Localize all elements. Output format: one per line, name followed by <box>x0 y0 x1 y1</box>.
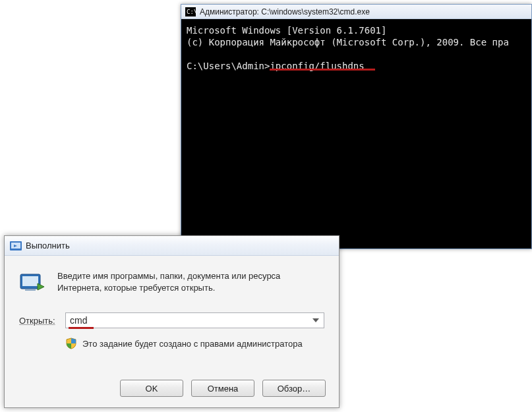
cmd-prompt-prefix: C:\Users\Admin> <box>187 61 270 71</box>
run-buttons: OK Отмена Обзор… <box>120 380 326 397</box>
cmd-titlebar[interactable]: C:\ Администратор: C:\windows\system32\c… <box>181 5 531 19</box>
run-titlebar[interactable]: Выполнить <box>5 236 339 256</box>
run-icon <box>10 241 22 250</box>
ok-label: OK <box>146 384 158 394</box>
run-body: Введите имя программы, папки, документа … <box>5 256 339 359</box>
cmd-output-line1: Microsoft Windows [Version 6.1.7601] <box>187 25 386 36</box>
admin-note: Это задание будет создано с правами адми… <box>82 339 303 349</box>
cmd-title: Администратор: C:\windows\system32\cmd.e… <box>200 7 370 16</box>
program-icon <box>19 272 45 294</box>
browse-button[interactable]: Обзор… <box>262 380 326 397</box>
svg-rect-4 <box>22 276 38 286</box>
open-combobox[interactable]: cmd <box>65 312 324 328</box>
cancel-label: Отмена <box>208 384 239 394</box>
svg-rect-5 <box>25 289 36 291</box>
cmd-icon: C:\ <box>185 7 196 16</box>
run-title: Выполнить <box>26 241 70 250</box>
cancel-button[interactable]: Отмена <box>191 380 254 397</box>
ok-button[interactable]: OK <box>120 380 183 397</box>
admin-note-row: Это задание будет создано с правами адми… <box>65 338 324 349</box>
run-description: Введите имя программы, папки, документа … <box>57 270 308 294</box>
cmd-window: C:\ Администратор: C:\windows\system32\c… <box>181 4 532 249</box>
annotation-underline <box>270 69 375 71</box>
open-value: cmd <box>70 315 87 326</box>
run-dialog: Выполнить Введите имя программы, папки, … <box>4 235 340 408</box>
shield-icon <box>65 338 77 349</box>
svg-marker-6 <box>38 283 44 290</box>
chevron-down-icon[interactable] <box>310 315 321 326</box>
cmd-output-line2: (c) Корпорация Майкрософт (Microsoft Cor… <box>187 37 509 47</box>
open-label: Открыть: <box>19 316 65 326</box>
svg-marker-7 <box>312 318 319 322</box>
annotation-underline <box>69 327 94 329</box>
browse-label: Обзор… <box>278 384 311 394</box>
cmd-console[interactable]: Microsoft Windows [Version 6.1.7601] (c)… <box>184 22 531 246</box>
